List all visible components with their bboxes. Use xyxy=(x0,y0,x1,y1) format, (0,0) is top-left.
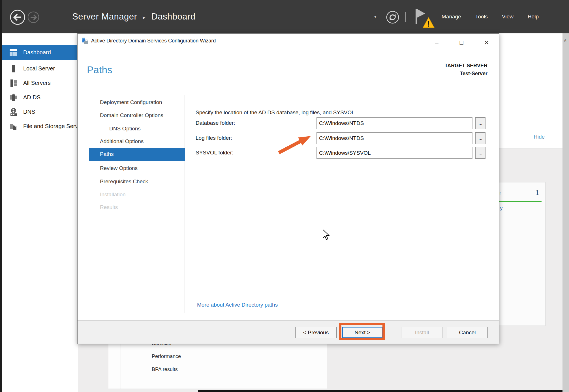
breadcrumb-separator-icon: ▸ xyxy=(143,14,146,21)
dialog-title-bar[interactable]: Active Directory Domain Services Configu… xyxy=(78,34,499,48)
tile-partial-title-text: r xyxy=(499,190,501,196)
log-files-folder-browse-button[interactable]: ... xyxy=(475,132,485,144)
tile-item-bpa-results[interactable]: BPA results xyxy=(152,367,178,372)
database-folder-input[interactable] xyxy=(316,117,472,129)
instruction-text: Specify the location of the AD DS databa… xyxy=(196,109,355,116)
breadcrumb-current[interactable]: Dashboard xyxy=(151,12,195,22)
sidebar-item-label: AD DS xyxy=(23,94,40,101)
refresh-icon[interactable] xyxy=(386,11,399,24)
step-domain-controller-options[interactable]: Domain Controller Options xyxy=(100,112,163,119)
menu-bar: Manage Tools View Help xyxy=(442,0,539,33)
ad-ds-icon xyxy=(9,93,18,102)
page-title: Paths xyxy=(87,64,112,76)
orange-arrow-annotation xyxy=(271,127,319,158)
step-installation: Installation xyxy=(100,191,126,198)
sidebar-item-label: All Servers xyxy=(23,80,51,86)
target-server-label: TARGET SERVER xyxy=(445,63,487,69)
menu-help[interactable]: Help xyxy=(528,14,539,20)
dns-icon xyxy=(9,108,18,116)
scrollbar-up-arrow-icon[interactable]: ∧ xyxy=(564,38,567,43)
step-paths[interactable]: Paths xyxy=(100,151,114,157)
install-button: Install xyxy=(401,327,443,338)
maximize-button[interactable]: □ xyxy=(455,39,468,47)
right-scrollbar[interactable] xyxy=(562,33,569,392)
target-server-name: Test-Server xyxy=(445,71,487,77)
window-left-edge xyxy=(0,0,2,392)
breadcrumb: Server Manager ▸ Dashboard xyxy=(72,0,195,33)
menu-separator xyxy=(405,12,406,22)
step-results: Results xyxy=(100,204,118,210)
sidebar-item-label: Dashboard xyxy=(23,49,51,56)
tile-partial-link-text[interactable]: y xyxy=(500,205,503,211)
sysvol-folder-browse-button[interactable]: ... xyxy=(475,147,485,159)
database-folder-browse-button[interactable]: ... xyxy=(475,117,485,129)
nav-divider xyxy=(185,95,185,313)
dashboard-grid-icon xyxy=(9,48,18,57)
breadcrumb-root[interactable]: Server Manager xyxy=(72,12,137,22)
wizard-app-icon xyxy=(82,37,89,45)
warning-badge-icon[interactable] xyxy=(422,17,435,28)
hide-link[interactable]: Hide xyxy=(534,134,545,140)
ad-ds-status-tile xyxy=(499,182,546,326)
next-button-highlight-annotation xyxy=(339,323,385,340)
sidebar-item-local-server[interactable]: Local Server xyxy=(2,61,78,76)
close-button[interactable]: ✕ xyxy=(480,39,493,47)
menu-manage[interactable]: Manage xyxy=(442,14,461,20)
file-storage-icon xyxy=(9,122,18,131)
step-dns-options[interactable]: DNS Options xyxy=(109,126,141,132)
sidebar-item-dns[interactable]: DNS xyxy=(2,105,78,119)
step-deployment-configuration[interactable]: Deployment Configuration xyxy=(100,99,162,105)
dialog-footer: < Previous Next > Install Cancel xyxy=(78,320,499,344)
target-server-block: TARGET SERVER Test-Server xyxy=(445,63,487,77)
nav-dropdown-caret-icon[interactable]: ▾ xyxy=(374,14,377,19)
forward-icon[interactable] xyxy=(27,11,39,23)
sysvol-folder-label: SYSVOL folder: xyxy=(196,150,233,156)
back-icon[interactable] xyxy=(10,9,25,25)
top-bar: ▾ Server Manager ▸ Dashboard Manage Tool… xyxy=(0,0,569,33)
sidebar-item-ad-ds[interactable]: AD DS xyxy=(2,90,78,105)
sidebar-item-label: DNS xyxy=(23,109,35,115)
sysvol-folder-input[interactable] xyxy=(316,147,472,159)
panel-divider xyxy=(553,33,553,148)
sidebar-item-file-storage[interactable]: File and Storage Services xyxy=(2,119,78,133)
all-servers-icon xyxy=(9,79,18,87)
log-files-folder-label: Log files folder: xyxy=(196,135,232,141)
tile-item-performance[interactable]: Performance xyxy=(152,354,181,359)
step-additional-options[interactable]: Additional Options xyxy=(100,138,144,145)
step-review-options[interactable]: Review Options xyxy=(100,165,138,171)
step-paths-selected-row[interactable]: Paths xyxy=(89,148,185,161)
sidebar-item-all-servers[interactable]: All Servers xyxy=(2,76,78,90)
step-prerequisites-check[interactable]: Prerequisites Check xyxy=(100,178,148,185)
tile-divider xyxy=(121,344,121,389)
sidebar: Dashboard Local Server All Servers AD DS xyxy=(2,33,78,392)
menu-view[interactable]: View xyxy=(502,14,514,20)
mouse-cursor xyxy=(322,229,331,240)
sidebar-item-dashboard[interactable]: Dashboard xyxy=(2,45,78,60)
tile-server-count: 1 xyxy=(535,188,539,197)
log-files-folder-input[interactable] xyxy=(316,132,472,144)
adds-configuration-wizard-dialog: Active Directory Domain Services Configu… xyxy=(77,33,499,344)
database-folder-label: Database folder: xyxy=(196,120,235,126)
dashboard-tile-bottom-right xyxy=(230,344,327,389)
welcome-tile-panel xyxy=(499,33,562,149)
tile-divider xyxy=(132,344,132,389)
taskbar-edge xyxy=(198,390,569,392)
dialog-title: Active Directory Domain Services Configu… xyxy=(91,38,216,44)
minimize-button[interactable]: – xyxy=(431,39,443,47)
sidebar-item-label: Local Server xyxy=(23,65,55,72)
server-manager-screen: Services Performance BPA results Hide r … xyxy=(0,0,569,392)
sidebar-item-label: File and Storage Services xyxy=(23,123,78,130)
more-about-paths-link[interactable]: More about Active Directory paths xyxy=(197,302,278,308)
tile-status-green-bar xyxy=(499,201,542,202)
cancel-button[interactable]: Cancel xyxy=(447,327,488,338)
menu-tools[interactable]: Tools xyxy=(475,14,488,20)
local-server-icon xyxy=(9,64,18,73)
previous-button[interactable]: < Previous xyxy=(295,327,337,338)
